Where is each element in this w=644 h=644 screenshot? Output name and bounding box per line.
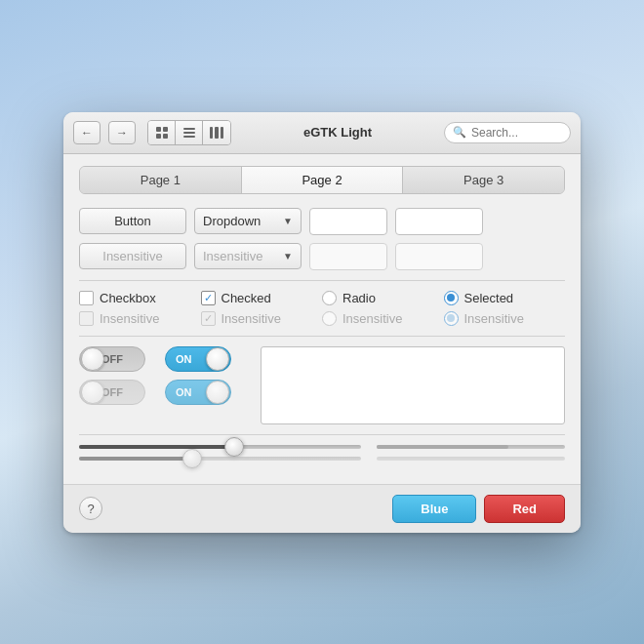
checkmark-icon: ✓ bbox=[204, 293, 213, 303]
toggle-off-1[interactable]: OFF bbox=[79, 346, 145, 372]
list-icon bbox=[183, 127, 195, 139]
radio-dot-icon bbox=[447, 294, 455, 302]
selected-label: Selected bbox=[464, 291, 514, 305]
checked-insensitive-label: Insensitive bbox=[221, 311, 281, 326]
content-area: Page 1 Page 2 Page 3 Button Dropdown ▼ ▲… bbox=[63, 154, 581, 484]
slider-2-right bbox=[377, 457, 565, 461]
divider-3 bbox=[79, 434, 565, 435]
on-toggles-col: ON ON bbox=[165, 346, 231, 405]
toggle-on-2-insensitive: ON bbox=[165, 380, 231, 405]
checkbox-insensitive-item: Insensitive bbox=[79, 311, 201, 326]
search-icon: 🔍 bbox=[453, 126, 466, 139]
main-button[interactable]: Button bbox=[79, 208, 186, 234]
slider-2-left[interactable] bbox=[79, 457, 361, 461]
checkbox[interactable] bbox=[79, 291, 94, 305]
slider-1-fill bbox=[79, 445, 234, 449]
spinbox[interactable]: ▲ ▼ bbox=[309, 208, 387, 235]
tab-page1[interactable]: Page 1 bbox=[80, 167, 242, 193]
dropdown-label: Dropdown bbox=[203, 214, 261, 228]
dropdown-select[interactable]: Dropdown ▼ bbox=[194, 208, 302, 234]
columns-view-button[interactable] bbox=[203, 121, 230, 144]
sliders-section bbox=[79, 445, 565, 461]
blue-button[interactable]: Blue bbox=[392, 495, 476, 523]
forward-button[interactable]: → bbox=[108, 121, 136, 144]
checkbox-checked[interactable]: ✓ bbox=[201, 291, 216, 305]
radio-item: Radio bbox=[322, 291, 444, 305]
spinbox-input[interactable] bbox=[310, 212, 387, 230]
slider-2-fill bbox=[79, 457, 192, 461]
selected-insensitive-label: Insensitive bbox=[464, 311, 524, 326]
titlebar: ← → bbox=[63, 112, 581, 154]
insensitive-dropdown: Insensitive ▼ bbox=[194, 243, 302, 269]
controls-row-2: Insensitive Insensitive ▼ ▲ ▼ bbox=[79, 243, 565, 270]
toggle-knob-off-1 bbox=[81, 347, 104, 371]
slider-1-right[interactable] bbox=[377, 445, 565, 449]
view-buttons bbox=[147, 120, 231, 145]
radio-insensitive bbox=[322, 311, 337, 326]
checkbox-checked-insensitive: ✓ bbox=[201, 311, 216, 326]
checked-item: ✓ Checked bbox=[201, 291, 323, 305]
search-input[interactable] bbox=[471, 126, 562, 140]
dropdown-arrow-icon: ▼ bbox=[283, 216, 293, 226]
text-entry-2 bbox=[395, 243, 483, 270]
checkbox-col: Checkbox Insensitive bbox=[79, 291, 201, 326]
checked-col: ✓ Checked ✓ Insensitive bbox=[201, 291, 323, 326]
toggle-on-1[interactable]: ON bbox=[165, 346, 231, 372]
list-view-button[interactable] bbox=[176, 121, 203, 144]
selected-col: Selected Insensitive bbox=[444, 291, 566, 326]
checkbox-label: Checkbox bbox=[100, 291, 156, 305]
columns-icon bbox=[210, 127, 223, 139]
toggle-knob-on-1 bbox=[206, 347, 229, 371]
toggles-row: OFF OFF ON ON bbox=[79, 346, 565, 424]
slider-row-2 bbox=[79, 457, 565, 461]
text-view[interactable] bbox=[261, 346, 565, 424]
slider-1-right-fill bbox=[377, 445, 508, 449]
checkbox-insensitive-label: Insensitive bbox=[100, 311, 159, 326]
window-title: eGTK Light bbox=[239, 125, 436, 140]
tab-page3[interactable]: Page 3 bbox=[403, 167, 564, 193]
checked-insensitive-item: ✓ Insensitive bbox=[201, 311, 323, 326]
back-button[interactable]: ← bbox=[73, 121, 101, 144]
radio-insensitive-item: Insensitive bbox=[322, 311, 444, 326]
controls-row-1: Button Dropdown ▼ ▲ ▼ bbox=[79, 208, 565, 235]
help-button[interactable]: ? bbox=[79, 497, 102, 520]
spinbox-insensitive: ▲ ▼ bbox=[309, 243, 387, 270]
text-entry-1[interactable] bbox=[395, 208, 483, 235]
insensitive-button: Insensitive bbox=[79, 243, 186, 269]
radio-col: Radio Insensitive bbox=[322, 291, 444, 326]
slider-1-left[interactable] bbox=[79, 445, 361, 449]
radio-dot-insensitive-icon bbox=[447, 314, 455, 322]
selected-insensitive-item: Insensitive bbox=[444, 311, 566, 326]
main-window: ← → bbox=[63, 112, 581, 533]
slider-2-knob bbox=[182, 449, 202, 468]
toggle-knob-off-2 bbox=[81, 381, 104, 404]
checkbox-item: Checkbox bbox=[79, 291, 201, 305]
radio-selected-insensitive bbox=[444, 311, 459, 326]
tab-page2[interactable]: Page 2 bbox=[242, 167, 404, 193]
grid-icon bbox=[156, 127, 168, 139]
slider-1-knob[interactable] bbox=[224, 437, 244, 457]
checkbox-radio-row: Checkbox Insensitive ✓ Checked ✓ bbox=[79, 291, 565, 326]
toggle-knob-on-2 bbox=[206, 381, 229, 404]
radio-selected[interactable] bbox=[444, 291, 459, 305]
checked-label: Checked bbox=[221, 291, 271, 305]
tab-bar: Page 1 Page 2 Page 3 bbox=[79, 166, 565, 194]
slider-row-1 bbox=[79, 445, 565, 449]
radio-insensitive-label: Insensitive bbox=[342, 311, 402, 326]
divider-2 bbox=[79, 336, 565, 337]
checkbox-insensitive bbox=[79, 311, 94, 326]
radio-label: Radio bbox=[342, 291, 376, 305]
divider-1 bbox=[79, 280, 565, 281]
radio-button[interactable] bbox=[322, 291, 337, 305]
off-toggles-col: OFF OFF bbox=[79, 346, 145, 405]
selected-item: Selected bbox=[444, 291, 566, 305]
toggle-off-2-insensitive: OFF bbox=[79, 380, 145, 405]
checkmark-insensitive-icon: ✓ bbox=[204, 313, 213, 324]
spinbox-insensitive-input bbox=[310, 247, 387, 265]
grid-view-button[interactable] bbox=[148, 121, 176, 144]
insensitive-dropdown-label: Insensitive bbox=[203, 249, 262, 263]
search-box[interactable]: 🔍 bbox=[444, 122, 571, 143]
red-button[interactable]: Red bbox=[484, 495, 565, 523]
insensitive-dropdown-arrow-icon: ▼ bbox=[283, 251, 293, 262]
bottom-bar: ? Blue Red bbox=[63, 484, 581, 533]
